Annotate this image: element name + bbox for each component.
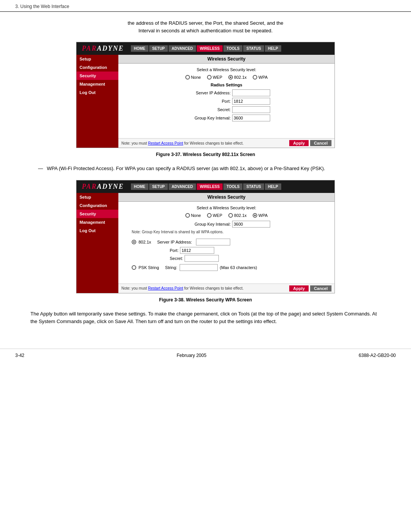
- figure2-caption: Figure 3-38. Wireless Security WPA Scree…: [30, 297, 381, 303]
- figure2-security-label: Select a Wireless Security level:: [124, 205, 329, 210]
- figure1-panel-title: Wireless Security: [118, 55, 335, 64]
- page-header: 3. Using the Web Interface: [0, 0, 411, 12]
- figure2-port-input[interactable]: [180, 247, 214, 254]
- figure2-radio-8021x-circle: [228, 213, 233, 218]
- radio-8021x[interactable]: 802.1x: [228, 75, 247, 80]
- figure2-main: Wireless Security Select a Wireless Secu…: [118, 193, 335, 293]
- nav-advanced[interactable]: ADVANCED: [169, 45, 196, 52]
- figure2-secret-row: Secret:: [170, 255, 329, 262]
- figure2-secret-input[interactable]: [185, 255, 219, 262]
- figure2-string-label: String:: [165, 265, 177, 270]
- figure2-sidebar-configuration[interactable]: Configuration: [76, 201, 118, 210]
- figure2-logo: PARADYNE: [80, 182, 126, 191]
- figure1-port-row: Port:: [124, 98, 329, 105]
- radio-none[interactable]: None: [185, 75, 201, 80]
- radio-8021x-circle: [228, 75, 233, 80]
- figure2-radio-wpa[interactable]: WPA: [253, 213, 268, 218]
- nav-help[interactable]: HELP: [265, 45, 281, 52]
- figure2-nav-home[interactable]: HOME: [131, 183, 148, 190]
- figure2-string-input[interactable]: [180, 264, 218, 271]
- nav-status[interactable]: STATUS: [243, 45, 264, 52]
- figure1-port-input[interactable]: [232, 98, 270, 105]
- figure2-restart-link[interactable]: Restart Access Point: [148, 286, 183, 290]
- figure2-psk-radio[interactable]: [132, 265, 136, 270]
- figure2-nav-help[interactable]: HELP: [265, 183, 281, 190]
- figure2-footer: Note: you must Restart Access Point for …: [118, 284, 335, 293]
- figure1-port-label: Port:: [183, 99, 232, 104]
- figure2-sidebar-management[interactable]: Management: [76, 218, 118, 226]
- nav-setup[interactable]: SETUP: [149, 45, 168, 52]
- bullet-text: — WPA (Wi-Fi Protected Access). For WPA …: [38, 165, 381, 172]
- figure1-server-ip-input[interactable]: [232, 89, 270, 96]
- nav-home[interactable]: HOME: [131, 45, 148, 52]
- figure2-radio-none[interactable]: None: [185, 213, 201, 218]
- figure2-body: Setup Configuration Security Management …: [76, 193, 335, 293]
- figure2-panel-title: Wireless Security: [118, 193, 335, 202]
- page-content: the address of the RADIUS server, the Po…: [0, 12, 411, 341]
- figure1-logo: PARADYNE: [80, 44, 126, 53]
- figure2-panel-body: Select a Wireless Security level: None W…: [118, 202, 335, 284]
- radio-wpa[interactable]: WPA: [253, 75, 268, 80]
- figure1-cancel-button[interactable]: Cancel: [310, 140, 331, 146]
- figure1-server-ip-row: Server IP Address:: [124, 89, 329, 96]
- intro-text: the address of the RADIUS server, the Po…: [30, 19, 381, 34]
- figure2-server-ip-input[interactable]: [196, 239, 230, 245]
- figure1-apply-button[interactable]: Apply: [289, 140, 309, 146]
- figure1-radio-group: None WEP 802.1x WPA: [124, 75, 329, 80]
- figure2-port-label: Port:: [170, 248, 178, 253]
- figure1-panel-body: Select a Wireless Security level: None W…: [118, 64, 335, 138]
- sidebar-setup[interactable]: Setup: [76, 55, 118, 63]
- figure1-footer-note: Note: you must Restart Access Point for …: [121, 141, 244, 145]
- figure1-router-ui: PARADYNE HOME SETUP ADVANCED WIRELESS TO…: [76, 42, 335, 148]
- figure2-nav: PARADYNE HOME SETUP ADVANCED WIRELESS TO…: [76, 180, 335, 193]
- figure2-apply-button[interactable]: Apply: [289, 285, 309, 291]
- figure1-security-label: Select a Wireless Security level:: [124, 67, 329, 72]
- figure2-8021x-radio[interactable]: [132, 240, 136, 244]
- radio-wep[interactable]: WEP: [207, 75, 222, 80]
- figure2-radio-wpa-circle: [253, 213, 257, 218]
- figure2-psk-label: PSK String: [139, 265, 159, 270]
- figure2-nav-status[interactable]: STATUS: [243, 183, 264, 190]
- nav-wireless[interactable]: WIRELESS: [197, 45, 223, 52]
- figure1-body: Setup Configuration Security Management …: [76, 55, 335, 148]
- sidebar-management[interactable]: Management: [76, 80, 118, 88]
- figure2-gki-note: Note: Group Key Interval is shared by al…: [132, 230, 329, 234]
- figure2-nav-wireless[interactable]: WIRELESS: [197, 183, 223, 190]
- figure1-caption: Figure 3-37. Wireless Security 802.11x S…: [30, 152, 381, 157]
- radio-wpa-circle: [253, 75, 257, 80]
- body-text: The Apply button will temporarily save t…: [30, 310, 381, 326]
- figure2-gki-row: Group Key Interval:: [124, 221, 329, 228]
- figure1-secret-row: Secret:: [124, 106, 329, 113]
- sidebar-security[interactable]: Security: [76, 72, 118, 80]
- figure2-nav-tools[interactable]: TOOLS: [223, 183, 242, 190]
- sidebar-configuration[interactable]: Configuration: [76, 63, 118, 72]
- figure2-secret-label: Secret:: [170, 256, 183, 261]
- figure2-radio-8021x[interactable]: 802.1x: [228, 213, 247, 218]
- figure2-radio-wep-circle: [207, 213, 212, 218]
- figure1-secret-input[interactable]: [232, 106, 270, 113]
- figure2-sidebar-security[interactable]: Security: [76, 210, 118, 218]
- figure2-8021x-option-row: 802.1x Server IP Address:: [132, 239, 329, 245]
- page-footer: 3-42 February 2005 6388-A2-GB20-00: [0, 349, 411, 362]
- figure1-footer: Note: you must Restart Access Point for …: [118, 138, 335, 148]
- figure2-gki-input[interactable]: [232, 221, 270, 228]
- figure2-sidebar-setup[interactable]: Setup: [76, 193, 118, 201]
- figure2-radio-group: None WEP 802.1x WPA: [124, 213, 329, 218]
- figure2-port-row: Port:: [170, 247, 329, 254]
- footer-page-number: 3-42: [15, 353, 24, 358]
- figure2-nav-setup[interactable]: SETUP: [149, 183, 168, 190]
- figure1-gki-label: Group Key Interval:: [183, 116, 232, 120]
- sidebar-logout[interactable]: Log Out: [76, 88, 118, 97]
- restart-link[interactable]: Restart Access Point: [148, 141, 183, 145]
- figure2-sidebar: Setup Configuration Security Management …: [76, 193, 118, 293]
- figure2-sidebar-logout[interactable]: Log Out: [76, 226, 118, 235]
- figure1-footer-buttons: Apply Cancel: [289, 140, 331, 146]
- figure2-radio-wep[interactable]: WEP: [207, 213, 222, 218]
- figure2-cancel-button[interactable]: Cancel: [310, 285, 331, 291]
- radio-none-circle: [185, 75, 190, 80]
- figure1-gki-input[interactable]: [232, 115, 270, 121]
- figure1-radius-title: Radius Settings: [124, 83, 329, 87]
- nav-tools[interactable]: TOOLS: [223, 45, 242, 52]
- figure2-nav-advanced[interactable]: ADVANCED: [169, 183, 196, 190]
- figure2-footer-buttons: Apply Cancel: [289, 285, 331, 291]
